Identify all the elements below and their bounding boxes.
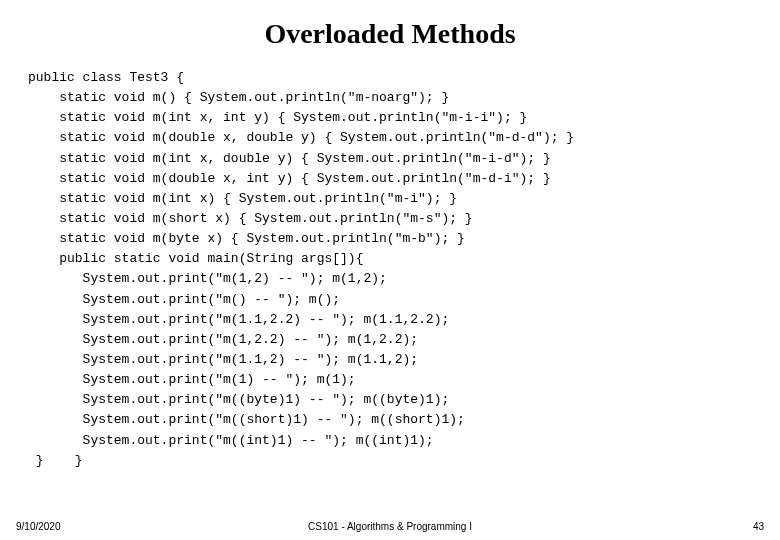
code-line: System.out.print("m(1.1,2.2) -- "); m(1.… — [28, 312, 449, 327]
code-line: System.out.print("m() -- "); m(); — [28, 292, 340, 307]
code-line: System.out.print("m((short)1) -- "); m((… — [28, 412, 465, 427]
code-line: static void m(int x, double y) { System.… — [28, 151, 551, 166]
footer-date: 9/10/2020 — [16, 521, 61, 532]
code-line: static void m(double x, double y) { Syst… — [28, 130, 574, 145]
code-line: System.out.print("m((byte)1) -- "); m((b… — [28, 392, 449, 407]
code-line: System.out.print("m((int)1) -- "); m((in… — [28, 433, 434, 448]
code-block: public class Test3 { static void m() { S… — [28, 68, 752, 471]
code-line: System.out.print("m(1,2) -- "); m(1,2); — [28, 271, 387, 286]
code-line: static void m(double x, int y) { System.… — [28, 171, 551, 186]
code-line: static void m(short x) { System.out.prin… — [28, 211, 473, 226]
footer-course: CS101 - Algorithms & Programming I — [308, 521, 472, 532]
code-line: static void m(byte x) { System.out.print… — [28, 231, 465, 246]
code-line: System.out.print("m(1.1,2) -- "); m(1.1,… — [28, 352, 418, 367]
code-line: static void m() { System.out.println("m-… — [28, 90, 449, 105]
code-line: System.out.print("m(1) -- "); m(1); — [28, 372, 356, 387]
code-line: } } — [28, 453, 83, 468]
slide-title: Overloaded Methods — [28, 18, 752, 50]
code-line: static void m(int x) { System.out.printl… — [28, 191, 457, 206]
code-line: static void m(int x, int y) { System.out… — [28, 110, 527, 125]
code-line: System.out.print("m(1,2.2) -- "); m(1,2.… — [28, 332, 418, 347]
code-line: public class Test3 { — [28, 70, 184, 85]
code-line: public static void main(String args[]){ — [28, 251, 363, 266]
slide: Overloaded Methods public class Test3 { … — [0, 0, 780, 540]
footer-page-number: 43 — [753, 521, 764, 532]
